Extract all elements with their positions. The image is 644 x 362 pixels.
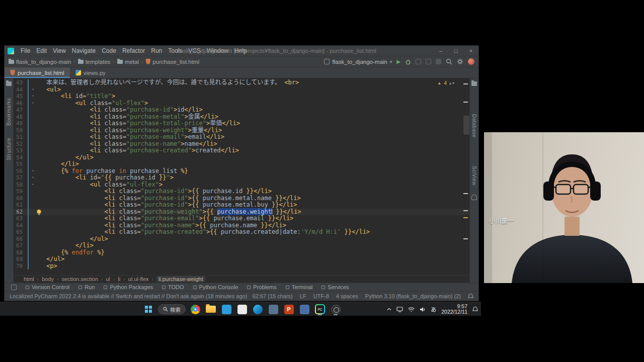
copilot-tool-icon[interactable] [471,81,477,86]
code-line-54[interactable]: 54 </ul> [14,154,469,161]
code-line-64[interactable]: 64 <li class="purchase-name">{{ purchase… [14,222,469,229]
line-ending[interactable]: LF [300,293,306,299]
scrollbar-warning-mark[interactable] [463,217,468,218]
menu-view[interactable]: View [50,47,69,55]
toolwindow-run[interactable]: Run [74,284,99,290]
breadcrumb-templates[interactable]: templates [78,59,111,65]
menu-edit[interactable]: Edit [33,47,50,55]
code-line-55[interactable]: 55 </li> [14,161,469,168]
code-line-43[interactable]: 43本来は、管理者しか見れないページですが、今回は、誰でも見れるようにしています… [14,79,469,86]
code-line-47[interactable]: 47 <li class="purchase-id">id</li> [14,107,469,114]
code-line-52[interactable]: 52 <li class="purchase-name">name</li> [14,141,469,148]
toolwindow-services[interactable]: Services [317,284,353,290]
app-vscode[interactable] [220,303,232,315]
toolwindow-python-packages[interactable]: Python Packages [99,284,157,290]
menu-file[interactable]: File [18,47,33,55]
tool-button-sciview[interactable]: SciView [471,166,477,186]
breadcrumb-flask-to-django-main[interactable]: flask_to_django-main [9,59,71,65]
intention-bulb-icon[interactable] [36,209,44,216]
code-line-59[interactable]: 59 <li class="purchase-id">{{ purchase.i… [14,188,469,195]
code-line-57[interactable]: 57▾ <li id="{{ purchase.id }}"> [14,174,469,182]
code-line-70[interactable]: 70<p> [14,263,469,270]
profiler-button[interactable] [426,59,431,64]
code-line-68[interactable]: 68 {% endfor %} [14,249,469,256]
code-line-62[interactable]: 62 <li class="purchase-weight">{{ purcha… [14,209,469,216]
notifications-tool-icon[interactable] [471,195,477,200]
code-line-63[interactable]: 63 <li class="purchase-email">{{ purchas… [14,215,469,222]
inspections-widget[interactable]: ▲ 4 ▴▾ [437,80,455,86]
tool-button-structure[interactable]: Structure [6,138,12,160]
search-everywhere-icon[interactable] [446,58,452,65]
settings-gear-icon[interactable] [457,58,463,65]
toolwindow-version-control[interactable]: Version Control [21,284,74,290]
display-icon[interactable] [396,307,403,312]
code-line-56[interactable]: 56▾ {% for purchase in purchase_list %} [14,168,469,175]
scrollbar-mark[interactable] [463,102,468,103]
code-line-69[interactable]: 69</ul> [14,256,469,263]
tray-clock[interactable]: 9:57 2022/12/11 [441,304,467,315]
indent-setting[interactable]: 4 spaces [336,293,358,299]
code-line-44[interactable]: 44▾<ul> [14,86,469,94]
coverage-button[interactable] [416,59,421,64]
caret-position[interactable]: 62:67 (15 chars) [253,293,293,299]
run-button[interactable]: ▶ [396,59,400,64]
xml-breadcrumb-li[interactable]: li [118,276,120,282]
toolwindow-python-console[interactable]: Python Console [189,284,243,290]
wifi-icon[interactable] [408,307,415,312]
code-line-53[interactable]: 53 <li class="purchase-created">created<… [14,147,469,154]
code-line-60[interactable]: 60 <li class="purchase-id">{{ purchase.m… [14,195,469,202]
code-line-51[interactable]: 51 <li class="purchase-email">email</li> [14,134,469,141]
app-blue[interactable] [298,303,310,315]
close-button[interactable]: × [463,46,478,56]
breadcrumb-purchase-list-html[interactable]: purchase_list.html [145,59,199,65]
app-obs[interactable] [330,303,342,315]
start-button[interactable] [142,303,154,315]
taskbar-search[interactable]: 検索 [158,304,186,314]
scrollbar-mark[interactable] [463,210,468,211]
scrollbar-thumb[interactable] [463,116,469,135]
notification-bell-icon[interactable] [472,306,478,312]
app-powerpoint[interactable]: P [283,303,295,315]
chevron-up-icon[interactable] [387,308,391,311]
code-line-45[interactable]: 45▾ <li id="title"> [14,93,469,100]
xml-breadcrumb-ul[interactable]: ul [106,276,110,282]
stop-button[interactable] [436,59,441,64]
maximize-button[interactable]: □ [448,46,463,56]
notifications-bell-icon[interactable] [468,293,473,299]
code-line-49[interactable]: 49 <li class="purchase-total-price">単価</… [14,120,469,127]
app-edge[interactable] [252,303,264,315]
xml-breadcrumb-html[interactable]: html [24,276,34,282]
code-line-61[interactable]: 61 <li class="purchase-id">{{ purchase.m… [14,202,469,209]
app-files[interactable] [267,303,279,315]
run-config-selector[interactable]: flask_to_django-main ▾ [324,59,392,65]
inspection-nav-arrows[interactable]: ▴▾ [449,81,455,85]
menu-navigate[interactable]: Navigate [69,47,99,55]
xml-breadcrumb-body[interactable]: body [42,276,54,282]
volume-icon[interactable] [420,307,426,312]
user-avatar[interactable] [468,58,474,65]
toolwindow-todo[interactable]: TODO [157,284,189,290]
breadcrumb-metal[interactable]: metal [117,59,139,65]
code-line-50[interactable]: 50 <li class="purchase-weight">重量</li> [14,127,469,134]
ime-indicator[interactable]: あ [431,305,436,313]
tab-views-py[interactable]: views.py [70,67,111,78]
app-explorer[interactable] [205,303,217,315]
app-notes[interactable] [236,303,248,315]
debug-bug-icon[interactable] [405,59,411,65]
python-interpreter[interactable]: Python 3.10 (flask_to_django-main) (2) [365,293,461,299]
code-line-66[interactable]: 66 </ul> [14,236,469,243]
code-line-48[interactable]: 48 <li class="purchase-metal">金属</li> [14,114,469,121]
tool-button-database[interactable]: Database [471,114,477,138]
code-line-46[interactable]: 46▾ <ul class="ul-flex"> [14,100,469,107]
editor-lines[interactable]: 43本来は、管理者しか見れないページですが、今回は、誰でも見れるようにしています… [14,78,469,275]
quick-access-icon[interactable] [11,285,17,290]
app-chrome[interactable] [189,303,201,315]
minimize-button[interactable]: – [433,46,448,56]
project-tool-icon[interactable] [6,81,12,86]
xml-breadcrumb-section-section[interactable]: section.section [61,276,98,282]
app-pycharm[interactable]: PC [314,303,326,315]
menu-code[interactable]: Code [99,47,119,55]
file-encoding[interactable]: UTF-8 [313,293,329,299]
status-message[interactable]: Localized PyCharm 2022.2.4 is available … [10,293,247,299]
scrollbar-mark[interactable] [463,238,468,239]
